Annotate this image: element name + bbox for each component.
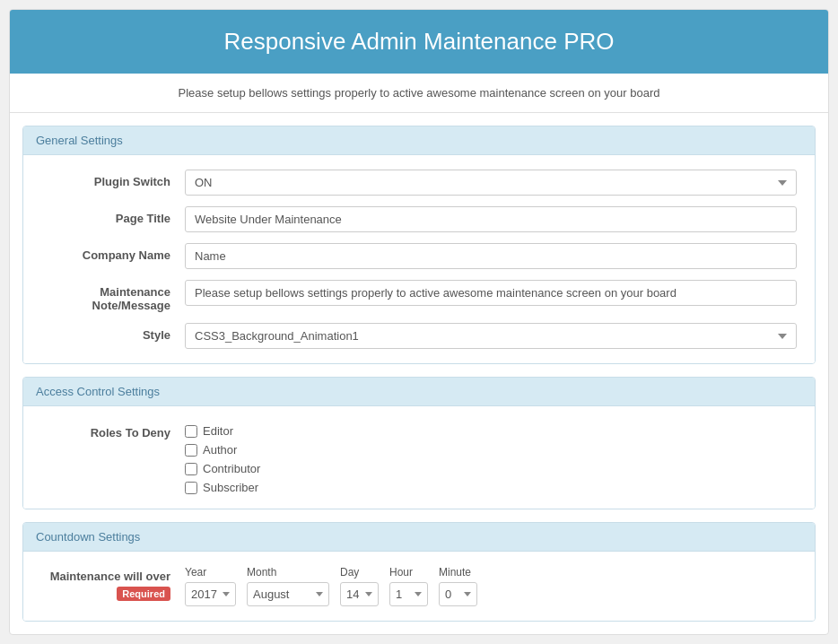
- role-contributor-label[interactable]: Contributor: [185, 462, 797, 475]
- page-title-input[interactable]: [185, 206, 797, 232]
- month-select[interactable]: JanuaryFebruaryMarch AprilMayJune JulyAu…: [247, 582, 329, 606]
- general-settings-header: General Settings: [23, 126, 815, 155]
- role-editor-checkbox[interactable]: [185, 425, 197, 438]
- year-select[interactable]: 2016 2017 2018 2019: [185, 582, 236, 606]
- page-title: Responsive Admin Maintenance PRO: [37, 28, 801, 56]
- maintenance-note-label: Maintenance Note/Message: [41, 280, 185, 312]
- roles-to-deny-row: Roles To Deny Editor Author: [41, 421, 797, 494]
- roles-to-deny-label: Roles To Deny: [41, 421, 185, 439]
- month-field: Month JanuaryFebruaryMarch AprilMayJune …: [247, 566, 329, 606]
- page-title-row: Page Title: [41, 206, 797, 232]
- role-subscriber-text: Subscriber: [203, 481, 258, 494]
- company-name-label: Company Name: [41, 243, 185, 262]
- role-author-label[interactable]: Author: [185, 443, 797, 457]
- company-name-wrap: [185, 243, 797, 269]
- countdown-section: Countdown Settings Maintenance will over…: [22, 522, 816, 622]
- maintenance-note-wrap: [185, 280, 797, 306]
- role-editor-text: Editor: [203, 424, 233, 438]
- countdown-header: Countdown Settings: [23, 523, 815, 552]
- countdown-main-label: Maintenance will over Required: [41, 566, 185, 601]
- general-settings-body: Plugin Switch ON OFF Page Title Company …: [23, 155, 815, 363]
- access-control-title: Access Control Settings: [36, 385, 160, 398]
- maintenance-will-over-text: Maintenance will over: [41, 570, 170, 583]
- role-subscriber-label[interactable]: Subscriber: [185, 481, 797, 494]
- minute-field: Minute 051015 20253035 40455055: [439, 566, 477, 606]
- month-label: Month: [247, 566, 329, 579]
- role-contributor-checkbox[interactable]: [185, 463, 197, 475]
- header: Responsive Admin Maintenance PRO: [10, 10, 828, 74]
- countdown-row: Maintenance will over Required Year 2016…: [41, 566, 797, 606]
- style-label: Style: [41, 323, 185, 342]
- plugin-switch-label: Plugin Switch: [41, 170, 185, 188]
- required-badge: Required: [117, 587, 170, 601]
- access-control-body: Roles To Deny Editor Author: [23, 406, 815, 509]
- plugin-switch-row: Plugin Switch ON OFF: [41, 170, 797, 196]
- countdown-fields: Year 2016 2017 2018 2019 Month JanuaryFe…: [185, 566, 477, 606]
- roles-checkbox-group: Editor Author Contributor Subscribe: [185, 421, 797, 494]
- style-select[interactable]: CSS3_Background_Animation1 CSS3_Backgrou…: [185, 323, 797, 349]
- day-label: Day: [340, 566, 379, 579]
- company-name-input[interactable]: [185, 243, 797, 269]
- plugin-switch-select[interactable]: ON OFF: [185, 170, 797, 196]
- minute-select[interactable]: 051015 20253035 40455055: [439, 582, 477, 606]
- day-field: Day 1234 5678 9101112 131415: [340, 566, 379, 606]
- hour-field: Hour 0123 4567 891011 12: [389, 566, 428, 606]
- style-row: Style CSS3_Background_Animation1 CSS3_Ba…: [41, 323, 797, 349]
- general-settings-section: General Settings Plugin Switch ON OFF Pa…: [22, 126, 816, 364]
- page-title-wrap: [185, 206, 797, 232]
- role-editor-label[interactable]: Editor: [185, 424, 797, 438]
- subtitle: Please setup bellows settings properly t…: [10, 74, 828, 113]
- company-name-row: Company Name: [41, 243, 797, 269]
- hour-select[interactable]: 0123 4567 891011 12: [389, 582, 428, 606]
- roles-wrap: Editor Author Contributor Subscribe: [185, 421, 797, 494]
- countdown-body: Maintenance will over Required Year 2016…: [23, 552, 815, 621]
- access-control-section: Access Control Settings Roles To Deny Ed…: [22, 377, 816, 509]
- day-select[interactable]: 1234 5678 9101112 131415: [340, 582, 379, 606]
- hour-label: Hour: [389, 566, 428, 579]
- year-field: Year 2016 2017 2018 2019: [185, 566, 236, 606]
- role-author-checkbox[interactable]: [185, 444, 197, 457]
- page-title-label: Page Title: [41, 206, 185, 225]
- maintenance-note-input[interactable]: [185, 280, 797, 306]
- minute-label: Minute: [439, 566, 477, 579]
- role-contributor-text: Contributor: [203, 462, 260, 475]
- year-label: Year: [185, 566, 236, 579]
- role-subscriber-checkbox[interactable]: [185, 482, 197, 494]
- access-control-header: Access Control Settings: [23, 378, 815, 406]
- general-settings-title: General Settings: [36, 134, 123, 147]
- page-wrapper: Responsive Admin Maintenance PRO Please …: [9, 9, 829, 635]
- maintenance-note-row: Maintenance Note/Message: [41, 280, 797, 312]
- countdown-title: Countdown Settings: [36, 530, 140, 544]
- style-wrap: CSS3_Background_Animation1 CSS3_Backgrou…: [185, 323, 797, 349]
- plugin-switch-wrap: ON OFF: [185, 170, 797, 196]
- role-author-text: Author: [203, 443, 237, 457]
